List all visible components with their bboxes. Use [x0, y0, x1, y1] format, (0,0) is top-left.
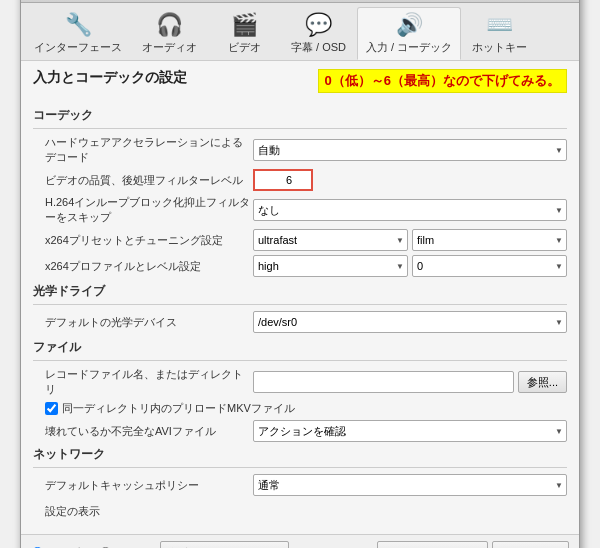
h264-row: H.264インループブロック化抑止フィルターをスキップ なし: [33, 195, 567, 225]
mkv-checkbox-row: 同一ディレクトリ内のプリロードMKVファイル: [33, 401, 567, 416]
tab-input[interactable]: 🔊 入力 / コーデック: [357, 7, 461, 60]
network-divider: [33, 467, 567, 468]
video-quality-spinbox[interactable]: [253, 169, 313, 191]
tab-bar: 🔧 インターフェース 🎧 オーディオ 🎬 ビデオ 💬 字幕 / OSD 🔊 入力…: [21, 3, 579, 61]
content-area: 入力とコーデックの設定 0（低）～6（最高）なので下げてみる。 コーデック ハー…: [21, 61, 579, 534]
settings-display-row: 設定の表示: [33, 500, 567, 522]
optical-divider: [33, 304, 567, 305]
network-section-label: ネットワーク: [33, 446, 567, 463]
x264-preset-select1[interactable]: ultrafast: [253, 229, 408, 251]
mkv-checkbox[interactable]: [45, 402, 58, 415]
x264-preset-select1-wrapper: ultrafast: [253, 229, 408, 251]
tab-subtitle[interactable]: 💬 字幕 / OSD: [282, 7, 355, 60]
action-buttons: キャンセル（C） 保存（S）: [377, 541, 569, 548]
cache-policy-select-wrapper: 通常: [253, 474, 567, 496]
optical-device-select[interactable]: /dev/sr0: [253, 311, 567, 333]
x264-preset-control: ultrafast film: [253, 229, 567, 251]
codec-divider: [33, 128, 567, 129]
cache-policy-control: 通常: [253, 474, 567, 496]
x264-profile-select2-wrapper: 0: [412, 255, 567, 277]
h264-label: H.264インループブロック化抑止フィルターをスキップ: [33, 195, 253, 225]
video-quality-control: [253, 169, 567, 191]
browse-button[interactable]: 参照...: [518, 371, 567, 393]
tab-audio[interactable]: 🎧 オーディオ: [133, 7, 206, 60]
x264-profile-row: x264プロファイルとレベル設定 high 0: [33, 255, 567, 277]
h264-control: なし: [253, 199, 567, 221]
record-dir-control: 参照...: [253, 371, 567, 393]
record-dir-input[interactable]: [253, 371, 514, 393]
optical-section-label: 光学ドライブ: [33, 283, 567, 300]
settings-display-label: 設定の表示: [33, 504, 253, 519]
optical-device-control: /dev/sr0: [253, 311, 567, 333]
h264-select[interactable]: なし: [253, 199, 567, 221]
x264-profile-select1[interactable]: high: [253, 255, 408, 277]
cache-policy-label: デフォルトキャッシュポリシー: [33, 478, 253, 493]
video-icon: 🎬: [231, 12, 258, 38]
yellow-note: 0（低）～6（最高）なので下げてみる。: [318, 69, 567, 93]
cache-policy-row: デフォルトキャッシュポリシー 通常: [33, 474, 567, 496]
hardware-accel-label: ハードウェアアクセラレーションによるデコード: [33, 135, 253, 165]
bottom-bar: シンプル すべて 設定をリセット（R） キャンセル（C） 保存（S）: [21, 534, 579, 548]
audio-icon: 🎧: [156, 12, 183, 38]
broken-avi-select-wrapper: アクションを確認: [253, 420, 567, 442]
x264-profile-label: x264プロファイルとレベル設定: [33, 259, 253, 274]
hardware-accel-row: ハードウェアアクセラレーションによるデコード 自動: [33, 135, 567, 165]
page-title: 入力とコーデックの設定: [33, 69, 187, 87]
h264-select-wrapper: なし: [253, 199, 567, 221]
cancel-button[interactable]: キャンセル（C）: [377, 541, 488, 548]
x264-preset-select2[interactable]: film: [412, 229, 567, 251]
video-quality-row: ビデオの品質、後処理フィルターレベル: [33, 169, 567, 191]
main-window: シンプルな設定 ✕ 🔧 インターフェース 🎧 オーディオ 🎬 ビデオ 💬 字幕 …: [20, 0, 580, 548]
cache-policy-select[interactable]: 通常: [253, 474, 567, 496]
hardware-accel-select[interactable]: 自動: [253, 139, 567, 161]
tab-video[interactable]: 🎬 ビデオ: [208, 7, 280, 60]
x264-preset-select2-wrapper: film: [412, 229, 567, 251]
mkv-checkbox-label: 同一ディレクトリ内のプリロードMKVファイル: [62, 401, 295, 416]
x264-preset-row: x264プリセットとチューニング設定 ultrafast film: [33, 229, 567, 251]
broken-avi-select[interactable]: アクションを確認: [253, 420, 567, 442]
optical-device-label: デフォルトの光学デバイス: [33, 315, 253, 330]
x264-preset-label: x264プリセットとチューニング設定: [33, 233, 253, 248]
file-divider: [33, 360, 567, 361]
record-dir-row: レコードファイル名、またはディレクトリ 参照...: [33, 367, 567, 397]
interface-icon: 🔧: [65, 12, 92, 38]
network-section: ネットワーク デフォルトキャッシュポリシー 通常 設定の表示: [33, 446, 567, 522]
x264-profile-select2[interactable]: 0: [412, 255, 567, 277]
x264-profile-select1-wrapper: high: [253, 255, 408, 277]
hardware-accel-control: 自動: [253, 139, 567, 161]
hardware-accel-select-wrapper: 自動: [253, 139, 567, 161]
tab-interface[interactable]: 🔧 インターフェース: [25, 7, 131, 60]
broken-avi-row: 壊れているか不完全なAVIファイル アクションを確認: [33, 420, 567, 442]
optical-device-row: デフォルトの光学デバイス /dev/sr0: [33, 311, 567, 333]
x264-profile-control: high 0: [253, 255, 567, 277]
broken-avi-control: アクションを確認: [253, 420, 567, 442]
save-button[interactable]: 保存（S）: [492, 541, 569, 548]
input-icon: 🔊: [396, 12, 423, 38]
hotkeys-icon: ⌨️: [486, 12, 513, 38]
broken-avi-label: 壊れているか不完全なAVIファイル: [33, 424, 253, 439]
record-dir-label: レコードファイル名、またはディレクトリ: [33, 367, 253, 397]
reset-button[interactable]: 設定をリセット（R）: [160, 541, 289, 548]
subtitle-icon: 💬: [305, 12, 332, 38]
file-section-label: ファイル: [33, 339, 567, 356]
tab-hotkeys[interactable]: ⌨️ ホットキー: [463, 7, 536, 60]
optical-device-select-wrapper: /dev/sr0: [253, 311, 567, 333]
codec-section-label: コーデック: [33, 107, 567, 124]
video-quality-label: ビデオの品質、後処理フィルターレベル: [33, 173, 253, 188]
